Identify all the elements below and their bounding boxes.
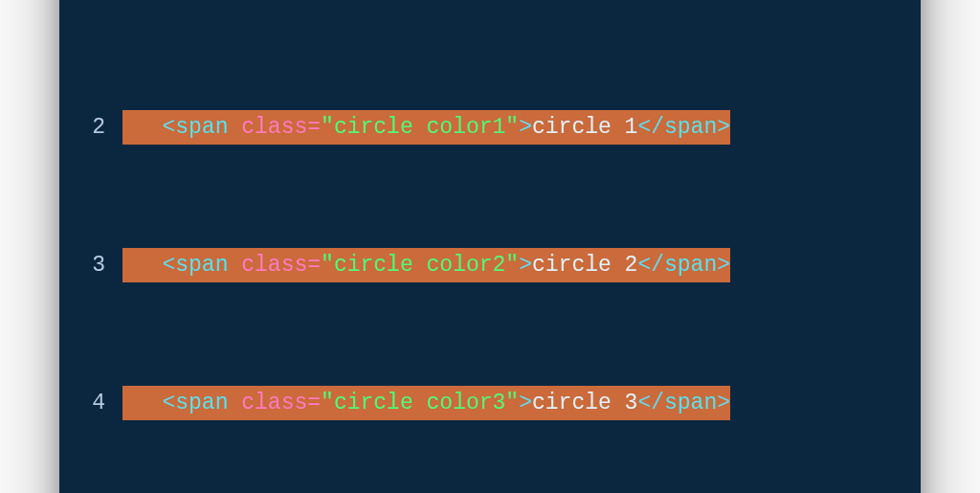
code-content: <div class="container display-inline-exa… xyxy=(122,0,730,7)
code-line: 2 <span class="circle color1">circle 1</… xyxy=(84,110,896,145)
line-number: 4 xyxy=(84,386,122,420)
code-content: <span class="circle color2">circle 2</sp… xyxy=(122,248,730,282)
line-number: 3 xyxy=(84,248,122,282)
stage: 1 <div class="container display-inline-e… xyxy=(0,0,980,493)
code-line: 4 <span class="circle color3">circle 3</… xyxy=(84,386,896,420)
code-content: <span class="circle color1">circle 1</sp… xyxy=(122,110,730,145)
line-number: 1 xyxy=(84,0,122,7)
code-editor[interactable]: 1 <div class="container display-inline-e… xyxy=(84,0,896,493)
line-number: 2 xyxy=(84,110,122,145)
code-line: 1 <div class="container display-inline-e… xyxy=(84,0,896,7)
code-window: 1 <div class="container display-inline-e… xyxy=(59,0,921,493)
code-content: <span class="circle color3">circle 3</sp… xyxy=(122,386,730,420)
code-line: 3 <span class="circle color2">circle 2</… xyxy=(84,248,896,282)
